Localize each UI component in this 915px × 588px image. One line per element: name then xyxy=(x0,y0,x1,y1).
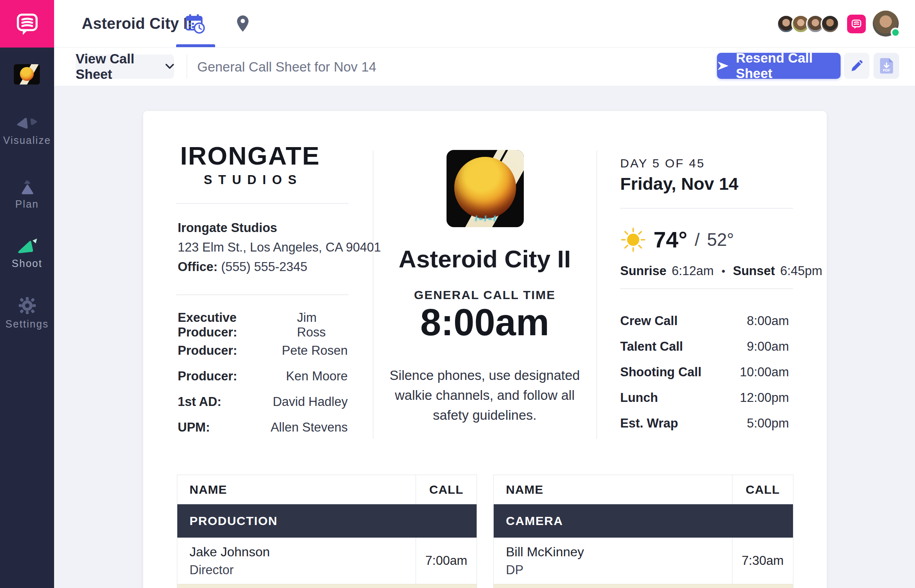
shoot-date: Friday, Nov 14 xyxy=(620,174,739,194)
office-phone: (555) 555-2345 xyxy=(221,260,307,274)
crew-member-name: Bill McKinney xyxy=(506,545,584,560)
poster-planet xyxy=(454,157,516,219)
schedule-label: Talent Call xyxy=(620,339,683,354)
visualize-icon xyxy=(16,117,39,131)
avatar[interactable] xyxy=(821,15,839,33)
crew-member-role: Director xyxy=(190,563,234,577)
pencil-icon xyxy=(850,59,864,73)
notes-line: Silence phones, use designated xyxy=(379,365,590,385)
edit-call-sheet-button[interactable] xyxy=(844,53,869,79)
crew-name: Jim Ross xyxy=(297,310,348,340)
project-thumbnail[interactable] xyxy=(14,64,40,85)
profile-avatar[interactable] xyxy=(873,11,899,37)
table-header-row: NAME CALL xyxy=(177,475,477,504)
send-icon xyxy=(717,60,729,72)
next-section-peek xyxy=(177,584,477,588)
next-section-peek xyxy=(494,584,793,588)
crew-row: Executive Producer: Jim Ross xyxy=(178,312,348,338)
schedule-label: Crew Call xyxy=(620,314,678,328)
crew-name: Ken Moore xyxy=(286,369,348,384)
notifications-button[interactable] xyxy=(847,15,866,33)
schedule-label: Lunch xyxy=(620,391,658,405)
sidebar-item-shoot[interactable]: Shoot xyxy=(0,237,54,269)
crew-row: Producer: Pete Rosen xyxy=(178,338,348,363)
poster-planet xyxy=(20,67,34,81)
crew-row: Producer: Ken Moore xyxy=(178,363,348,389)
collaborator-avatars[interactable] xyxy=(777,15,839,33)
divider xyxy=(620,289,793,289)
sidebar-item-visualize[interactable]: Visualize xyxy=(0,117,54,146)
sidebar-item-label: Shoot xyxy=(0,258,54,269)
column-divider xyxy=(373,150,373,439)
movie-poster: ⌇⌁⌇⌁⌇ xyxy=(447,150,524,227)
view-call-sheet-dropdown[interactable]: View Call Sheet xyxy=(76,54,174,79)
plan-icon xyxy=(16,179,39,195)
notes-line: walkie channels, and follow all xyxy=(379,385,590,405)
schedule-time: 10:00am xyxy=(740,365,789,380)
table-header-row: NAME CALL xyxy=(494,475,793,504)
crew-role-label: UPM: xyxy=(178,420,210,435)
crew-role-label: Executive Producer: xyxy=(178,310,297,340)
table-row: Bill McKinney DP 7:30am xyxy=(494,538,793,584)
name-column-header: NAME xyxy=(494,475,732,504)
resend-call-sheet-button[interactable]: Resend Call Sheet xyxy=(717,53,841,79)
crew-row: UPM: Allen Stevens xyxy=(178,414,348,440)
chevron-down-icon xyxy=(166,63,174,70)
sunrise-sunset-line: Sunrise 6:12am • Sunset 6:45pm xyxy=(620,264,793,278)
sidebar-item-settings[interactable]: Settings xyxy=(0,296,54,330)
crew-member-call-time: 7:00am xyxy=(425,553,467,568)
sun-icon xyxy=(620,227,646,253)
sheet-title: General Call Sheet for Nov 14 xyxy=(197,48,376,86)
sidebar-item-label: Settings xyxy=(0,318,54,330)
gear-icon xyxy=(18,296,37,315)
column-divider xyxy=(597,150,597,439)
crew-name: David Hadley xyxy=(273,395,348,409)
schedule-time: 8:00am xyxy=(747,314,789,328)
sidebar-item-plan[interactable]: Plan xyxy=(0,179,54,210)
studio-name: Irongate Studios xyxy=(178,221,277,235)
tab-locations[interactable] xyxy=(223,0,262,47)
toolbar-divider xyxy=(187,54,187,79)
table-section-header: CAMERA xyxy=(494,504,793,538)
call-column-header: CALL xyxy=(732,475,793,504)
shoot-icon xyxy=(15,237,39,254)
call-column-header: CALL xyxy=(416,475,477,504)
pdf-download-icon: PDF xyxy=(880,58,893,74)
table-section-header: PRODUCTION xyxy=(177,504,477,538)
temp-low: 52° xyxy=(707,230,734,250)
sunrise-label: Sunrise xyxy=(620,264,667,278)
schedule-label: Shooting Call xyxy=(620,365,702,380)
crew-row: 1st AD: David Hadley xyxy=(178,389,348,414)
sunset-label: Sunset xyxy=(733,264,775,278)
sidebar: Visualize Plan Shoot xyxy=(0,48,54,588)
temp-high: 74° xyxy=(654,227,687,253)
download-pdf-button[interactable]: PDF xyxy=(874,53,899,79)
app-logo[interactable] xyxy=(0,0,54,48)
sidebar-item-label: Visualize xyxy=(0,135,54,146)
schedule-time: 12:00pm xyxy=(740,391,789,405)
bullet-separator: • xyxy=(719,265,728,278)
view-call-sheet-label: View Call Sheet xyxy=(76,51,161,82)
general-call-time-value: 8:00am xyxy=(383,301,586,344)
crew-name: Allen Stevens xyxy=(270,420,348,435)
name-column-header: NAME xyxy=(177,475,416,504)
sunrise-time: 6:12am xyxy=(672,264,714,278)
call-sheet-toolbar: View Call Sheet General Call Sheet for N… xyxy=(54,48,915,86)
crew-name: Pete Rosen xyxy=(282,343,348,358)
temp-separator: / xyxy=(695,230,699,250)
tab-call-sheets[interactable] xyxy=(175,0,214,47)
crew-member-name: Jake Johnson xyxy=(190,545,270,560)
table-row: Jake Johnson Director 7:00am xyxy=(177,538,477,584)
call-sheet-card: IRONGATE STUDIOS Irongate Studios 123 El… xyxy=(143,111,827,588)
studio-logo-line1: IRONGATE xyxy=(177,141,323,170)
studio-logo-line2: STUDIOS xyxy=(177,173,323,187)
call-sheet-notes: Silence phones, use designated walkie ch… xyxy=(379,365,590,425)
schedule-row: Shooting Call 10:00am xyxy=(620,359,789,385)
divider xyxy=(176,203,349,204)
notes-line: safety guidelines. xyxy=(379,405,590,425)
crew-member-role: DP xyxy=(506,563,523,577)
crew-role-label: Producer: xyxy=(178,369,237,384)
camera-crew-table: NAME CALL CAMERA Bill McKinney DP 7:30am xyxy=(493,475,793,588)
calendar-clock-icon xyxy=(184,13,206,35)
crew-role-label: Producer: xyxy=(178,343,237,358)
